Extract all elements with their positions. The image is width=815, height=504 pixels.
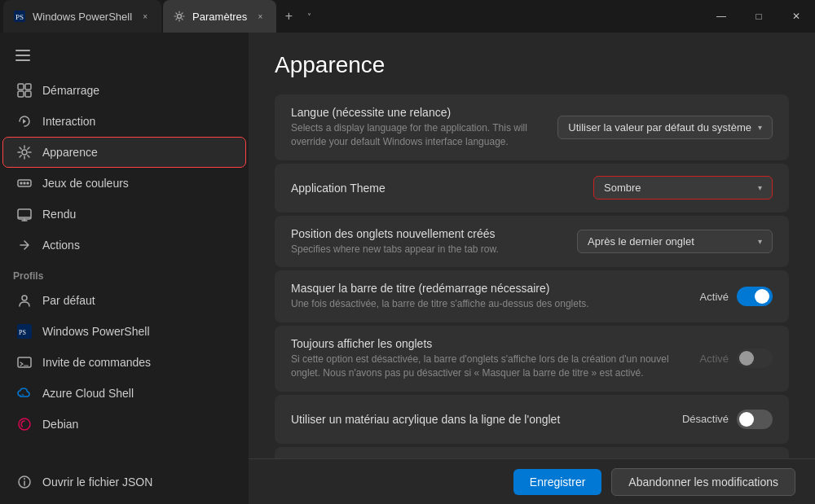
setting-label-afficher-onglets: Toujours afficher les onglets xyxy=(291,337,684,350)
svg-rect-20 xyxy=(20,182,23,185)
setting-info-afficher-onglets: Toujours afficher les onglets Si cette o… xyxy=(291,337,700,380)
setting-label-barre-titre: Masquer la barre de titre (redémarrage n… xyxy=(291,282,684,295)
sidebar-item-apparence[interactable]: Apparence xyxy=(3,138,245,167)
theme-dropdown[interactable]: Sombre ▾ xyxy=(593,176,773,199)
sidebar-item-windows-powershell[interactable]: PS Windows PowerShell xyxy=(3,317,245,346)
sidebar-item-actions[interactable]: Actions xyxy=(3,230,245,260)
rendu-icon xyxy=(16,206,33,222)
setting-row-langue: Langue (nécessite une relance) Selects a… xyxy=(275,94,789,160)
position-onglets-dropdown-chevron: ▾ xyxy=(758,237,762,246)
theme-dropdown-chevron: ▾ xyxy=(758,183,762,192)
json-icon xyxy=(16,474,33,490)
langue-dropdown-value: Utiliser la valeur par défaut du système xyxy=(568,121,751,134)
azure-cloud-shell-icon: >_ xyxy=(16,385,33,401)
sidebar-item-windows-powershell-label: Windows PowerShell xyxy=(42,325,150,338)
invite-commandes-icon xyxy=(16,354,33,370)
tab-powershell-label: Windows PowerShell xyxy=(33,11,132,23)
svg-rect-22 xyxy=(27,182,29,185)
tab-settings-close[interactable]: × xyxy=(253,10,267,23)
setting-desc-position-onglets: Specifies where new tabs appear in the t… xyxy=(291,243,561,256)
setting-row-position-onglets: Position des onglets nouvellement créés … xyxy=(275,216,789,268)
theme-dropdown-value: Sombre xyxy=(604,182,641,194)
sidebar-item-interaction[interactable]: Interaction xyxy=(3,107,245,136)
svg-line-18 xyxy=(20,156,21,157)
setting-row-afficher-onglets: Toujours afficher les onglets Si cette o… xyxy=(275,326,789,392)
sidebar-item-demarrage[interactable]: Démarrage xyxy=(3,76,245,105)
window-controls: — □ ✕ xyxy=(703,0,815,33)
tab-powershell[interactable]: PS Windows PowerShell × xyxy=(3,0,161,33)
title-bar: PS Windows PowerShell × Paramètres × + ˅… xyxy=(0,0,815,33)
svg-rect-21 xyxy=(24,182,26,185)
position-onglets-dropdown-value: Après le dernier onglet xyxy=(588,235,694,248)
content-area: Apparence Langue (nécessite une relance)… xyxy=(249,33,815,504)
svg-line-16 xyxy=(28,156,29,157)
barre-titre-toggle[interactable] xyxy=(737,287,773,306)
colors-icon xyxy=(16,175,33,191)
svg-text:PS: PS xyxy=(19,329,26,336)
langue-dropdown-chevron: ▾ xyxy=(758,123,762,132)
svg-rect-5 xyxy=(15,59,30,61)
setting-row-barre-titre: Masquer la barre de titre (redémarrage n… xyxy=(275,270,789,322)
setting-desc-afficher-onglets: Si cette option est désactivée, la barre… xyxy=(291,353,684,380)
sidebar-item-debian[interactable]: Debian xyxy=(3,410,245,439)
sidebar-item-par-defaut-label: Par défaut xyxy=(42,294,95,307)
tab-settings-label: Paramètres xyxy=(192,11,247,23)
sidebar-item-demarrage-label: Démarrage xyxy=(42,84,99,97)
sidebar-item-rendu-label: Rendu xyxy=(42,208,76,221)
settings-tab-icon xyxy=(173,10,186,23)
setting-desc-langue: Selects a display language for the appli… xyxy=(291,121,541,149)
page-title: Apparence xyxy=(275,52,789,78)
tab-settings[interactable]: Paramètres × xyxy=(163,0,276,33)
setting-label-materiau-acrylique: Utiliser un matériau acrylique dans la l… xyxy=(291,413,666,426)
save-button[interactable]: Enregistrer xyxy=(513,469,601,495)
actions-icon xyxy=(16,237,33,253)
setting-label-theme: Application Theme xyxy=(291,182,577,195)
tabs-container: PS Windows PowerShell × Paramètres × + ˅ xyxy=(0,0,703,33)
setting-row-theme: Application Theme Sombre ▾ xyxy=(275,164,789,213)
sidebar-item-invite-commandes-label: Invite de commandes xyxy=(42,356,151,369)
sidebar-item-rendu[interactable]: Rendu xyxy=(3,199,245,229)
cancel-button[interactable]: Abandonner les modifications xyxy=(611,468,795,496)
setting-info-barre-titre: Masquer la barre de titre (redémarrage n… xyxy=(291,282,700,311)
sidebar-item-apparence-label: Apparence xyxy=(42,146,98,159)
setting-control-afficher-onglets: Activé xyxy=(700,348,773,368)
svg-rect-4 xyxy=(15,55,30,56)
svg-point-10 xyxy=(22,150,27,155)
svg-rect-7 xyxy=(25,84,31,90)
afficher-onglets-toggle[interactable] xyxy=(737,348,773,368)
sidebar: Démarrage Interaction xyxy=(0,33,249,504)
windows-powershell-icon: PS xyxy=(16,323,33,340)
sidebar-item-invite-commandes[interactable]: Invite de commandes xyxy=(3,348,245,377)
svg-rect-9 xyxy=(25,91,31,97)
close-button[interactable]: ✕ xyxy=(778,0,815,33)
materiau-acrylique-toggle[interactable] xyxy=(737,410,773,429)
langue-dropdown[interactable]: Utiliser la valeur par défaut du système… xyxy=(557,116,773,139)
position-onglets-dropdown[interactable]: Après le dernier onglet ▾ xyxy=(577,230,773,253)
sidebar-item-jeux-couleurs[interactable]: Jeux de couleurs xyxy=(3,169,245,198)
setting-info-langue: Langue (nécessite une relance) Selects a… xyxy=(291,106,557,149)
tab-dropdown-button[interactable]: ˅ xyxy=(301,4,317,28)
svg-point-2 xyxy=(178,15,182,19)
setting-control-theme: Sombre ▾ xyxy=(593,176,773,199)
svg-rect-6 xyxy=(18,84,24,90)
svg-line-15 xyxy=(20,147,21,149)
demarrage-icon xyxy=(16,82,33,99)
svg-point-27 xyxy=(22,296,27,300)
tab-powershell-close[interactable]: × xyxy=(139,10,152,23)
sidebar-item-ouvrir-json[interactable]: Ouvrir le fichier JSON xyxy=(3,467,245,497)
svg-point-33 xyxy=(19,419,30,430)
svg-text:>_: >_ xyxy=(21,392,28,397)
sidebar-item-azure-cloud-shell[interactable]: >_ Azure Cloud Shell xyxy=(3,379,245,408)
powershell-tab-icon: PS xyxy=(13,10,26,23)
materiau-acrylique-toggle-label: Désactivé xyxy=(682,413,729,425)
setting-control-materiau-acrylique: Désactivé xyxy=(682,410,773,429)
maximize-button[interactable]: □ xyxy=(740,0,778,33)
sidebar-item-azure-cloud-shell-label: Azure Cloud Shell xyxy=(42,387,134,400)
sidebar-item-ouvrir-json-label: Ouvrir le fichier JSON xyxy=(42,476,152,489)
setting-control-barre-titre: Activé xyxy=(700,287,773,306)
sidebar-item-par-defaut[interactable]: Par défaut xyxy=(3,286,245,315)
setting-info-position-onglets: Position des onglets nouvellement créés … xyxy=(291,227,577,256)
minimize-button[interactable]: — xyxy=(703,0,740,33)
new-tab-button[interactable]: + xyxy=(276,4,301,28)
hamburger-button[interactable] xyxy=(7,39,39,72)
